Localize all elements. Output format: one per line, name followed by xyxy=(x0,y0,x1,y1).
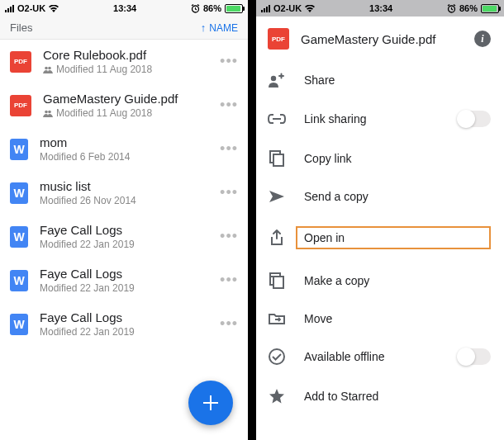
menu-label: Open in xyxy=(296,226,491,249)
menu-item-share[interactable]: Share xyxy=(256,61,504,99)
file-name: Faye Call Logs xyxy=(40,223,208,237)
info-button[interactable]: i xyxy=(474,31,491,47)
battery-pct: 86% xyxy=(203,3,221,13)
file-name: mom xyxy=(40,135,208,149)
file-name: Faye Call Logs xyxy=(40,267,208,281)
move-icon xyxy=(268,312,286,325)
more-button[interactable]: ••• xyxy=(220,140,238,158)
more-button[interactable]: ••• xyxy=(220,97,238,114)
copy-icon xyxy=(268,150,286,167)
status-bar: O2-UK 13:34 86% xyxy=(0,0,248,17)
time-label: 13:34 xyxy=(113,3,136,13)
sort-button[interactable]: ↑ NAME xyxy=(201,21,238,34)
file-name: Core Rulebook.pdf xyxy=(43,48,208,62)
menu-item-openin[interactable]: Open in xyxy=(256,215,504,261)
menu-label: Share xyxy=(304,73,491,87)
svg-point-11 xyxy=(269,349,284,364)
file-row[interactable]: PDFCore Rulebook.pdfModified 11 Aug 2018… xyxy=(0,40,248,83)
makecopy-icon xyxy=(268,272,286,289)
action-menu: ShareLink sharingCopy linkSend a copyOpe… xyxy=(256,61,504,440)
pdf-icon: PDF xyxy=(268,28,289,50)
menu-item-send[interactable]: Send a copy xyxy=(256,178,504,215)
svg-point-1 xyxy=(45,66,48,69)
list-header: Files ↑ NAME xyxy=(0,17,248,40)
file-subtitle: Modified 11 Aug 2018 xyxy=(43,107,208,119)
file-name: music list xyxy=(40,179,208,193)
menu-item-offline[interactable]: Available offline xyxy=(256,337,504,376)
carrier-label: O2-UK xyxy=(17,3,45,13)
link-icon xyxy=(268,114,286,124)
file-row[interactable]: PDFGameMastery Guide.pdfModified 11 Aug … xyxy=(0,83,248,127)
svg-rect-10 xyxy=(273,277,283,288)
more-button[interactable]: ••• xyxy=(220,272,238,289)
battery-icon xyxy=(225,4,243,13)
fab-add-button[interactable] xyxy=(188,381,233,425)
more-button[interactable]: ••• xyxy=(220,228,238,245)
plus-icon xyxy=(202,395,219,411)
svg-point-2 xyxy=(48,66,51,69)
menu-label: Link sharing xyxy=(304,112,440,125)
pdf-icon: PDF xyxy=(10,51,31,73)
signal-icon xyxy=(5,5,14,12)
wifi-icon xyxy=(49,5,59,12)
alarm-icon xyxy=(447,4,456,13)
file-row[interactable]: WmomModified 6 Feb 2014••• xyxy=(0,127,248,171)
menu-item-link[interactable]: Link sharing xyxy=(256,99,504,139)
file-name: Faye Call Logs xyxy=(40,310,208,324)
send-icon xyxy=(268,190,286,203)
word-icon: W xyxy=(10,226,28,248)
status-bar: O2-UK 13:34 86% xyxy=(256,0,504,17)
menu-label: Make a copy xyxy=(304,274,491,287)
file-subtitle: Modified 22 Jan 2019 xyxy=(40,326,208,338)
svg-point-4 xyxy=(48,110,51,113)
word-icon: W xyxy=(10,314,28,335)
file-subtitle: Modified 6 Feb 2014 xyxy=(40,151,208,163)
menu-label: Send a copy xyxy=(304,190,491,203)
phone-left: O2-UK 13:34 86% Files ↑ NAME PDFCore Rul… xyxy=(0,0,248,440)
file-row[interactable]: Wmusic listModified 26 Nov 2014••• xyxy=(0,171,248,215)
menu-item-copy[interactable]: Copy link xyxy=(256,139,504,178)
file-row[interactable]: WFaye Call LogsModified 22 Jan 2019••• xyxy=(0,215,248,258)
word-icon: W xyxy=(10,270,28,291)
header-files-label: Files xyxy=(10,21,32,34)
signal-icon xyxy=(261,5,270,12)
more-button[interactable]: ••• xyxy=(220,184,238,201)
sort-label: NAME xyxy=(209,22,238,34)
star-icon xyxy=(268,388,286,405)
file-row[interactable]: WFaye Call LogsModified 22 Jan 2019••• xyxy=(0,258,248,302)
share-icon xyxy=(268,73,286,88)
alarm-icon xyxy=(191,4,200,13)
more-button[interactable]: ••• xyxy=(220,315,238,333)
battery-pct: 86% xyxy=(459,3,478,13)
shared-icon xyxy=(43,110,53,117)
shared-icon xyxy=(43,66,53,73)
file-name: GameMastery Guide.pdf xyxy=(43,92,208,106)
svg-rect-8 xyxy=(273,154,283,166)
menu-label: Move xyxy=(304,312,491,325)
file-subtitle: Modified 26 Nov 2014 xyxy=(40,195,208,206)
time-label: 13:34 xyxy=(369,3,392,13)
more-button[interactable]: ••• xyxy=(220,53,238,70)
file-subtitle: Modified 22 Jan 2019 xyxy=(40,282,208,294)
menu-label: Copy link xyxy=(304,152,491,165)
menu-item-move[interactable]: Move xyxy=(256,300,504,337)
file-row[interactable]: WFaye Call LogsModified 22 Jan 2019••• xyxy=(0,302,248,346)
menu-item-star[interactable]: Add to Starred xyxy=(256,376,504,416)
openin-icon xyxy=(268,229,286,246)
toggle-switch[interactable] xyxy=(458,111,491,127)
toggle-switch[interactable] xyxy=(458,348,491,365)
pdf-icon: PDF xyxy=(10,95,31,116)
battery-icon xyxy=(481,4,499,13)
file-subtitle: Modified 22 Jan 2019 xyxy=(40,239,208,250)
carrier-label: O2-UK xyxy=(273,3,302,13)
sheet-title: GameMastery Guide.pdf xyxy=(301,32,463,46)
offline-icon xyxy=(268,348,286,365)
phone-right: O2-UK 13:34 86% PDF GameMastery Guide.pd… xyxy=(256,0,504,440)
wifi-icon xyxy=(305,5,315,12)
svg-point-6 xyxy=(271,76,276,81)
word-icon: W xyxy=(10,139,28,160)
menu-item-makecopy[interactable]: Make a copy xyxy=(256,261,504,300)
word-icon: W xyxy=(10,182,28,204)
menu-label: Available offline xyxy=(304,350,440,363)
svg-point-3 xyxy=(45,110,48,113)
